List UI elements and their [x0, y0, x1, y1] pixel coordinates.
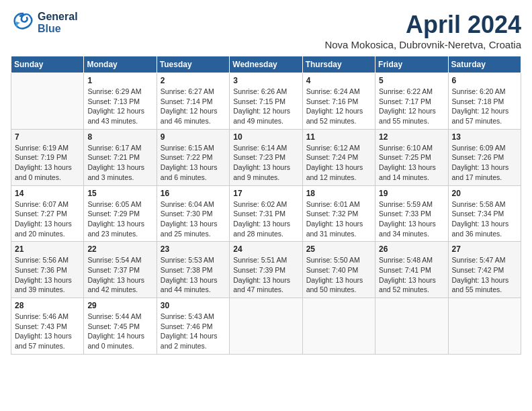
day-number: 7 — [15, 132, 80, 142]
day-info: Sunrise: 6:07 AMSunset: 7:27 PMDaylight:… — [15, 199, 80, 239]
day-info: Sunrise: 6:19 AMSunset: 7:19 PMDaylight:… — [15, 143, 80, 183]
calendar-cell: 5Sunrise: 6:22 AMSunset: 7:17 PMDaylight… — [375, 73, 448, 130]
column-header-saturday: Saturday — [448, 56, 521, 73]
day-number: 30 — [161, 301, 226, 310]
day-number: 24 — [233, 244, 298, 254]
calendar-subtitle: Nova Mokosica, Dubrovnik-Neretva, Croati… — [324, 39, 521, 50]
day-info: Sunrise: 6:24 AMSunset: 7:16 PMDaylight:… — [306, 87, 371, 126]
calendar-week-row: 7Sunrise: 6:19 AMSunset: 7:19 PMDaylight… — [11, 129, 521, 185]
logo-line1: General — [38, 11, 78, 23]
calendar-cell: 24Sunrise: 5:51 AMSunset: 7:39 PMDayligh… — [230, 242, 302, 298]
calendar-cell: 27Sunrise: 5:47 AMSunset: 7:42 PMDayligh… — [448, 242, 521, 298]
calendar-cell — [11, 73, 84, 130]
day-number: 29 — [87, 301, 152, 310]
day-info: Sunrise: 5:59 AMSunset: 7:33 PMDaylight:… — [379, 199, 444, 239]
logo-line2: Blue — [38, 23, 78, 35]
calendar-cell: 15Sunrise: 6:05 AMSunset: 7:29 PMDayligh… — [84, 185, 157, 242]
day-info: Sunrise: 5:58 AMSunset: 7:34 PMDaylight:… — [452, 199, 517, 239]
day-number: 14 — [15, 189, 80, 198]
day-info: Sunrise: 5:44 AMSunset: 7:45 PMDaylight:… — [87, 312, 152, 351]
calendar-cell — [302, 298, 375, 355]
day-info: Sunrise: 5:43 AMSunset: 7:46 PMDaylight:… — [161, 312, 226, 351]
day-info: Sunrise: 6:14 AMSunset: 7:23 PMDaylight:… — [233, 143, 298, 183]
column-header-thursday: Thursday — [302, 56, 375, 73]
calendar-cell: 21Sunrise: 5:56 AMSunset: 7:36 PMDayligh… — [11, 242, 84, 298]
day-info: Sunrise: 5:54 AMSunset: 7:37 PMDaylight:… — [87, 255, 152, 295]
calendar-cell: 18Sunrise: 6:01 AMSunset: 7:32 PMDayligh… — [302, 185, 375, 242]
day-info: Sunrise: 6:26 AMSunset: 7:15 PMDaylight:… — [233, 87, 298, 126]
day-number: 9 — [161, 132, 226, 142]
day-info: Sunrise: 6:12 AMSunset: 7:24 PMDaylight:… — [306, 143, 371, 183]
day-info: Sunrise: 5:47 AMSunset: 7:42 PMDaylight:… — [452, 255, 517, 295]
day-number: 8 — [87, 132, 152, 142]
calendar-cell: 8Sunrise: 6:17 AMSunset: 7:21 PMDaylight… — [84, 129, 157, 185]
calendar-cell — [375, 298, 448, 355]
day-info: Sunrise: 6:05 AMSunset: 7:29 PMDaylight:… — [87, 199, 152, 239]
day-info: Sunrise: 5:51 AMSunset: 7:39 PMDaylight:… — [233, 255, 298, 295]
calendar-cell: 10Sunrise: 6:14 AMSunset: 7:23 PMDayligh… — [230, 129, 302, 185]
calendar-cell: 19Sunrise: 5:59 AMSunset: 7:33 PMDayligh… — [375, 185, 448, 242]
calendar-cell: 13Sunrise: 6:09 AMSunset: 7:26 PMDayligh… — [448, 129, 521, 185]
column-header-wednesday: Wednesday — [230, 56, 302, 73]
calendar-cell: 30Sunrise: 5:43 AMSunset: 7:46 PMDayligh… — [157, 298, 229, 355]
logo-icon — [11, 11, 35, 35]
day-info: Sunrise: 6:09 AMSunset: 7:26 PMDaylight:… — [452, 143, 517, 183]
calendar-week-row: 1Sunrise: 6:29 AMSunset: 7:13 PMDaylight… — [11, 73, 521, 130]
day-number: 6 — [452, 76, 517, 85]
calendar-cell: 29Sunrise: 5:44 AMSunset: 7:45 PMDayligh… — [84, 298, 157, 355]
day-number: 10 — [233, 132, 298, 142]
day-number: 17 — [233, 189, 298, 198]
calendar-cell: 23Sunrise: 5:53 AMSunset: 7:38 PMDayligh… — [157, 242, 229, 298]
day-info: Sunrise: 6:27 AMSunset: 7:14 PMDaylight:… — [161, 87, 226, 126]
day-info: Sunrise: 6:10 AMSunset: 7:25 PMDaylight:… — [379, 143, 444, 183]
calendar-cell: 17Sunrise: 6:02 AMSunset: 7:31 PMDayligh… — [230, 185, 302, 242]
calendar-cell: 4Sunrise: 6:24 AMSunset: 7:16 PMDaylight… — [302, 73, 375, 130]
day-info: Sunrise: 5:56 AMSunset: 7:36 PMDaylight:… — [15, 255, 80, 295]
calendar-cell: 26Sunrise: 5:48 AMSunset: 7:41 PMDayligh… — [375, 242, 448, 298]
day-number: 13 — [452, 132, 517, 142]
calendar-table: SundayMondayTuesdayWednesdayThursdayFrid… — [11, 56, 521, 355]
day-info: Sunrise: 5:48 AMSunset: 7:41 PMDaylight:… — [379, 255, 444, 295]
calendar-cell: 6Sunrise: 6:20 AMSunset: 7:18 PMDaylight… — [448, 73, 521, 130]
day-number: 3 — [233, 76, 298, 85]
calendar-title: April 2024 — [324, 11, 521, 39]
calendar-week-row: 28Sunrise: 5:46 AMSunset: 7:43 PMDayligh… — [11, 298, 521, 355]
day-number: 21 — [15, 244, 80, 254]
calendar-cell — [448, 298, 521, 355]
column-header-monday: Monday — [84, 56, 157, 73]
calendar-cell: 14Sunrise: 6:07 AMSunset: 7:27 PMDayligh… — [11, 185, 84, 242]
day-info: Sunrise: 5:53 AMSunset: 7:38 PMDaylight:… — [161, 255, 226, 295]
day-info: Sunrise: 5:46 AMSunset: 7:43 PMDaylight:… — [15, 312, 80, 351]
day-number: 18 — [306, 189, 371, 198]
calendar-cell: 1Sunrise: 6:29 AMSunset: 7:13 PMDaylight… — [84, 73, 157, 130]
day-info: Sunrise: 6:29 AMSunset: 7:13 PMDaylight:… — [87, 87, 152, 126]
day-number: 11 — [306, 132, 371, 142]
day-number: 28 — [15, 301, 80, 310]
column-header-tuesday: Tuesday — [157, 56, 229, 73]
day-number: 22 — [87, 244, 152, 254]
day-number: 16 — [161, 189, 226, 198]
calendar-cell: 7Sunrise: 6:19 AMSunset: 7:19 PMDaylight… — [11, 129, 84, 185]
calendar-cell: 11Sunrise: 6:12 AMSunset: 7:24 PMDayligh… — [302, 129, 375, 185]
calendar-cell — [230, 298, 302, 355]
calendar-cell: 25Sunrise: 5:50 AMSunset: 7:40 PMDayligh… — [302, 242, 375, 298]
day-number: 23 — [161, 244, 226, 254]
day-number: 19 — [379, 189, 444, 198]
day-info: Sunrise: 6:20 AMSunset: 7:18 PMDaylight:… — [452, 87, 517, 126]
day-info: Sunrise: 6:01 AMSunset: 7:32 PMDaylight:… — [306, 199, 371, 239]
logo-text-block: General Blue — [38, 11, 78, 34]
day-info: Sunrise: 5:50 AMSunset: 7:40 PMDaylight:… — [306, 255, 371, 295]
day-info: Sunrise: 6:04 AMSunset: 7:30 PMDaylight:… — [161, 199, 226, 239]
day-number: 27 — [452, 244, 517, 254]
calendar-cell: 20Sunrise: 5:58 AMSunset: 7:34 PMDayligh… — [448, 185, 521, 242]
day-number: 1 — [87, 76, 152, 85]
calendar-cell: 9Sunrise: 6:15 AMSunset: 7:22 PMDaylight… — [157, 129, 229, 185]
day-number: 20 — [452, 189, 517, 198]
calendar-cell: 28Sunrise: 5:46 AMSunset: 7:43 PMDayligh… — [11, 298, 84, 355]
page-header: General Blue April 2024 Nova Mokosica, D… — [11, 11, 521, 50]
day-number: 2 — [161, 76, 226, 85]
calendar-cell: 12Sunrise: 6:10 AMSunset: 7:25 PMDayligh… — [375, 129, 448, 185]
day-info: Sunrise: 6:15 AMSunset: 7:22 PMDaylight:… — [161, 143, 226, 183]
day-info: Sunrise: 6:22 AMSunset: 7:17 PMDaylight:… — [379, 87, 444, 126]
calendar-cell: 22Sunrise: 5:54 AMSunset: 7:37 PMDayligh… — [84, 242, 157, 298]
